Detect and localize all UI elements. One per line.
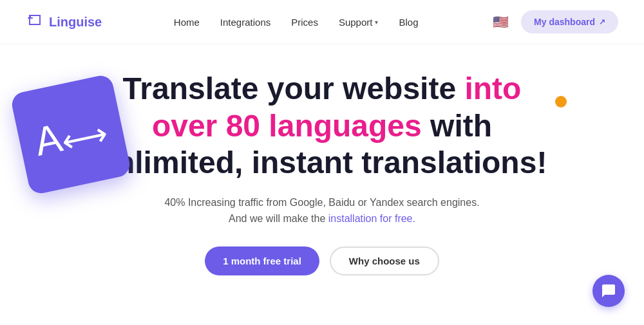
logo[interactable]: Linguise (26, 13, 102, 31)
nav-home[interactable]: Home (174, 17, 200, 28)
hero-subtitle: 40% Increasing traffic from Google, Baid… (164, 194, 479, 227)
external-link-icon: ↗ (599, 17, 605, 26)
chat-bubble-button[interactable] (592, 275, 625, 307)
hero-buttons: 1 month free trial Why choose us (205, 246, 439, 275)
why-choose-us-button[interactable]: Why choose us (330, 246, 439, 275)
hero-title: Translate your website into over 80 lang… (90, 70, 554, 181)
free-trial-button[interactable]: 1 month free trial (205, 246, 319, 275)
chat-icon (601, 283, 616, 299)
nav-integrations[interactable]: Integrations (220, 17, 270, 28)
translate-card: A⟷ (10, 73, 132, 196)
hero-section: A⟷ Translate your website into over 80 l… (0, 44, 644, 295)
logo-icon (26, 13, 44, 31)
navbar: Linguise Home Integrations Prices Suppor… (0, 0, 644, 44)
translate-icon-wrapper: A⟷ (19, 83, 132, 196)
nav-right: 🇺🇸 My dashboard ↗ (490, 10, 618, 33)
language-flag-button[interactable]: 🇺🇸 (490, 12, 511, 32)
orange-dot-decoration (555, 96, 567, 107)
dashboard-button[interactable]: My dashboard ↗ (521, 10, 618, 33)
nav-prices[interactable]: Prices (291, 17, 318, 28)
installation-link[interactable]: installation for free. (328, 213, 415, 224)
nav-links: Home Integrations Prices Support ▾ Blog (174, 17, 419, 28)
nav-blog[interactable]: Blog (399, 17, 418, 28)
chevron-down-icon: ▾ (375, 19, 378, 26)
nav-support[interactable]: Support ▾ (339, 17, 379, 28)
translate-symbol: A⟷ (30, 104, 111, 164)
